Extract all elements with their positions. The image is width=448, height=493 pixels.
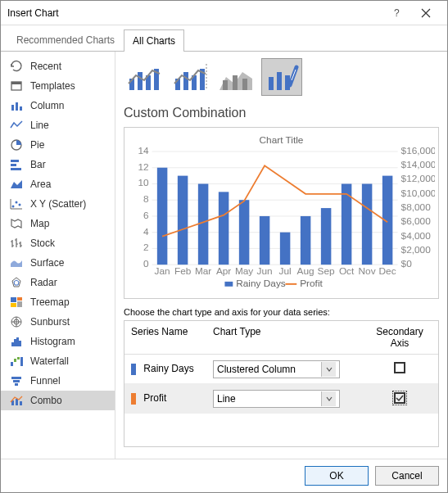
svg-text:$8,000: $8,000 [401, 201, 432, 213]
tab-strip: Recommended Charts All Charts [1, 29, 447, 52]
svg-rect-7 [11, 160, 19, 162]
sidebar-item-label: Column [30, 100, 64, 111]
svg-rect-4 [16, 102, 18, 111]
series-prompt: Choose the chart type and axis for your … [124, 307, 439, 317]
map-icon [9, 216, 24, 231]
svg-rect-90 [157, 168, 168, 265]
svg-rect-35 [20, 401, 22, 405]
svg-text:Mar: Mar [195, 265, 211, 277]
svg-rect-5 [20, 106, 22, 111]
sidebar-item-combo[interactable]: Combo [1, 391, 115, 410]
subtype-custom-combination[interactable] [261, 58, 302, 96]
svg-rect-102 [224, 282, 233, 287]
sidebar-item-pie[interactable]: Pie [1, 135, 115, 155]
stock-icon [9, 236, 24, 251]
surface-icon [9, 256, 24, 270]
sidebar-item-waterfall[interactable]: Waterfall [1, 351, 115, 371]
sidebar-item-label: Combo [30, 395, 62, 406]
sidebar-item-area[interactable]: Area [1, 174, 115, 194]
svg-rect-24 [16, 337, 19, 346]
combo-subtype-row [124, 58, 439, 96]
main-panel: Custom Combination Chart Title0246810121… [115, 52, 447, 459]
subtype-clustered-column-line-secondary[interactable] [170, 58, 210, 96]
sunburst-icon [9, 314, 24, 329]
titlebar: Insert Chart ? [1, 1, 447, 25]
subtype-clustered-column-line[interactable] [124, 58, 165, 96]
svg-text:$14,000: $14,000 [401, 159, 435, 170]
svg-rect-93 [219, 192, 229, 265]
sidebar-item-stock[interactable]: Stock [1, 233, 115, 253]
svg-rect-9 [11, 168, 21, 170]
svg-text:Jun: Jun [257, 265, 273, 277]
chart-preview: Chart Title02468101214$0$2,000$4,000$6,0… [124, 127, 439, 299]
svg-text:Sep: Sep [318, 265, 335, 277]
sidebar-item-funnel[interactable]: Funnel [1, 371, 115, 391]
tab-all-charts[interactable]: All Charts [124, 29, 184, 52]
sidebar-item-label: Stock [30, 237, 55, 249]
sidebar-item-label: Pie [30, 139, 44, 151]
svg-rect-28 [17, 357, 20, 360]
insert-chart-dialog: Insert Chart ? Recommended Charts All Ch… [0, 0, 448, 493]
chart-type-select-rainy-days[interactable]: Clustered Column [213, 360, 340, 378]
secondary-axis-checkbox-rainy-days[interactable] [394, 362, 405, 373]
sidebar-item-label: Waterfall [30, 355, 69, 367]
sidebar-item-scatter[interactable]: X Y (Scatter) [1, 194, 115, 214]
svg-rect-41 [183, 72, 188, 90]
svg-text:8: 8 [143, 193, 149, 205]
svg-text:Apr: Apr [216, 265, 231, 277]
sidebar-item-line[interactable]: Line [1, 115, 115, 135]
svg-text:12: 12 [138, 161, 148, 173]
sidebar-item-treemap[interactable]: Treemap [1, 292, 115, 312]
svg-rect-95 [260, 216, 270, 265]
cancel-button[interactable]: Cancel [375, 466, 439, 486]
sidebar-item-label: Area [30, 179, 51, 190]
sidebar-item-templates[interactable]: Templates [1, 76, 115, 96]
sidebar-item-label: Map [30, 218, 49, 229]
sidebar-item-sunburst[interactable]: Sunburst [1, 312, 115, 332]
svg-rect-50 [277, 72, 282, 90]
svg-rect-2 [11, 82, 21, 84]
dialog-buttons: OK Cancel [1, 459, 447, 492]
svg-text:6: 6 [143, 210, 149, 221]
svg-rect-37 [138, 72, 143, 90]
svg-point-11 [12, 206, 15, 208]
sidebar-item-histogram[interactable]: Histogram [1, 332, 115, 351]
svg-rect-31 [13, 380, 20, 382]
sidebar-item-label: Sunburst [30, 316, 70, 328]
svg-text:4: 4 [143, 226, 149, 237]
svg-text:Feb: Feb [174, 265, 192, 277]
sidebar-item-radar[interactable]: Radar [1, 273, 115, 292]
sidebar-item-recent[interactable]: Recent [1, 57, 115, 76]
header-secondary-axis: Secondary Axis [361, 321, 438, 354]
svg-rect-23 [14, 339, 16, 346]
combo-icon [9, 393, 24, 408]
sidebar-item-bar[interactable]: Bar [1, 155, 115, 174]
series-grid-header: Series Name Chart Type Secondary Axis [124, 321, 438, 355]
svg-text:0: 0 [143, 258, 149, 269]
svg-text:Jul: Jul [279, 265, 292, 277]
svg-rect-27 [14, 359, 16, 362]
ok-button[interactable]: OK [305, 466, 369, 486]
help-button[interactable]: ? [382, 2, 411, 25]
tab-recommended[interactable]: Recommended Charts [7, 29, 124, 51]
sidebar-item-map[interactable]: Map [1, 214, 115, 233]
series-swatch-icon [131, 393, 136, 405]
close-button[interactable] [411, 2, 441, 25]
svg-text:14: 14 [138, 145, 149, 156]
recent-icon [9, 59, 24, 74]
sidebar-item-surface[interactable]: Surface [1, 253, 115, 273]
svg-marker-15 [14, 280, 19, 285]
svg-text:Rainy Days: Rainy Days [236, 278, 286, 289]
sidebar-item-column[interactable]: Column [1, 96, 115, 115]
chart-type-select-profit[interactable]: Line [213, 390, 340, 408]
series-name-label: Rainy Days [143, 363, 193, 374]
svg-rect-29 [20, 357, 23, 366]
svg-text:Dec: Dec [379, 265, 396, 277]
subtype-stacked-area-column[interactable] [215, 58, 256, 96]
sidebar-item-label: Bar [30, 159, 46, 170]
chart-type-sidebar: Recent Templates Column Line Pie Bar [1, 52, 115, 459]
column-icon [9, 98, 24, 113]
svg-rect-100 [362, 183, 373, 265]
svg-text:10: 10 [138, 177, 149, 188]
secondary-axis-checkbox-profit[interactable] [394, 392, 405, 404]
